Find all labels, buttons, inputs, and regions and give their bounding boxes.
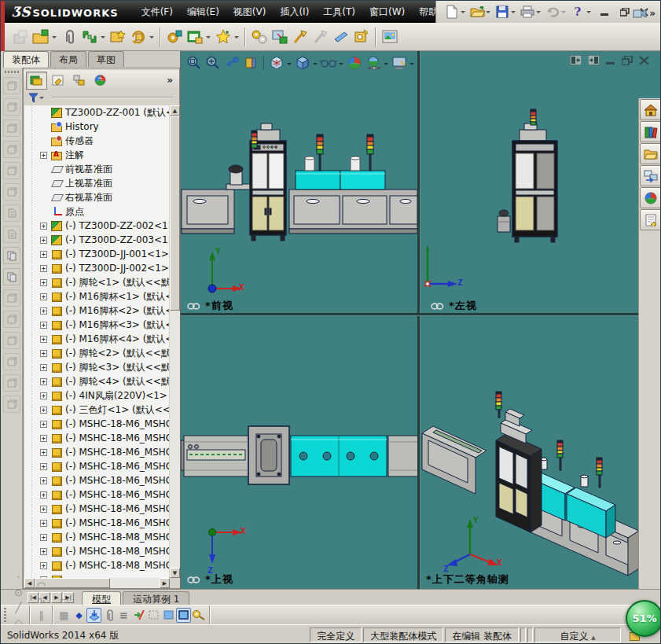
menu-window[interactable]: 窗口(W) — [362, 2, 412, 23]
apply-scene-icon[interactable] — [365, 54, 382, 72]
toolbar-grip[interactable] — [5, 71, 19, 73]
side-tool-icon[interactable] — [3, 162, 20, 179]
pane-left-icon[interactable] — [570, 55, 582, 65]
side-tool-icon[interactable] — [3, 332, 20, 349]
save-icon[interactable] — [494, 4, 510, 20]
tree-item[interactable]: + 上视基准面 — [24, 176, 169, 190]
exit-sketch-icon[interactable] — [131, 608, 146, 623]
expand-toggle-icon[interactable]: + — [40, 364, 47, 371]
expand-toggle-icon[interactable]: + — [40, 534, 47, 541]
menu-file[interactable]: 文件(F) — [134, 2, 180, 23]
expand-toggle-icon[interactable]: + — [40, 152, 47, 159]
viewport-splitter-horizontal[interactable] — [181, 313, 639, 316]
custom-toolbar-selector[interactable]: 自定义 ▲ — [534, 627, 621, 642]
expand-toggle-icon[interactable]: + — [40, 421, 47, 428]
side-tool-icon[interactable] — [3, 141, 20, 158]
design-library-icon[interactable] — [640, 121, 661, 142]
expand-toggle-icon[interactable]: + — [40, 407, 47, 414]
side-tool-icon[interactable] — [3, 268, 20, 285]
sketch-tool-icon[interactable]: ∿ — [34, 593, 49, 608]
filter-dropdown-icon[interactable] — [39, 97, 44, 101]
expand-toggle-icon[interactable]: + — [40, 237, 47, 244]
expand-toggle-icon[interactable]: + — [40, 463, 47, 470]
configurationmanager-icon[interactable] — [68, 72, 90, 90]
rotate-component-icon[interactable] — [128, 27, 149, 47]
tree-item[interactable]: + (-) TZ300D-JJ-002<1> (默认 — [24, 261, 169, 275]
hide-show-items-icon[interactable] — [320, 54, 337, 72]
expand-toggle-icon[interactable]: + — [40, 350, 47, 357]
scroll-up-icon[interactable]: ▲ — [170, 105, 180, 116]
expand-toggle-icon[interactable]: + — [40, 392, 47, 399]
tree-item[interactable]: + (-) MSHC-18-M6_MSHC-18-M — [24, 431, 169, 445]
exploded-view-icon[interactable] — [270, 27, 290, 47]
expand-toggle-icon[interactable]: + — [40, 336, 47, 343]
sketch-tool-icon[interactable]: ∥ — [34, 608, 49, 623]
tree-item[interactable]: + (-) 三色灯<1> (默认<<默 — [24, 403, 169, 417]
tree-item[interactable]: + 注解 — [24, 148, 169, 162]
side-tool-icon[interactable] — [3, 183, 20, 201]
side-tool-icon[interactable] — [3, 311, 20, 328]
expand-toggle-icon[interactable]: + — [40, 548, 47, 555]
restore-icon[interactable] — [616, 5, 633, 19]
section-view-icon[interactable] — [242, 54, 259, 72]
minimize-icon[interactable] — [606, 56, 615, 65]
side-tool-icon[interactable] — [3, 396, 20, 413]
file-explorer-icon[interactable] — [640, 143, 661, 164]
view-orientation-icon[interactable] — [268, 54, 285, 72]
smart-fasteners-icon[interactable] — [108, 27, 128, 47]
expand-toggle-icon[interactable]: + — [40, 435, 47, 442]
home-icon[interactable] — [640, 99, 661, 120]
instant3d-icon[interactable] — [351, 27, 372, 47]
toolbar-grip[interactable] — [4, 608, 6, 622]
featuremanager-tree-icon[interactable] — [26, 72, 47, 90]
tab-assembly[interactable]: 装配体 — [3, 51, 49, 68]
display-style-icon[interactable] — [294, 54, 311, 72]
new-window-icon[interactable] — [185, 27, 205, 47]
tree-item[interactable]: + (-) M16脚杯<4> (默认<<默 — [24, 332, 169, 346]
print-dropdown-icon[interactable] — [536, 11, 541, 16]
tab-model[interactable]: 模型 — [82, 591, 121, 605]
tree-item[interactable]: + (-) MSHC-18-M8_MSHC-18-M — [24, 558, 169, 572]
filter-funnel-icon[interactable] — [28, 93, 39, 103]
tree-item[interactable]: + (-) 脚轮<3> (默认<<默认> — [24, 360, 169, 374]
tree-item[interactable]: + (-) MSHC-18-M6_MSHC-18-M — [24, 488, 169, 502]
tab-sketch[interactable]: 草图 — [88, 51, 124, 67]
expand-toggle-icon[interactable]: + — [40, 477, 47, 484]
tab-motion-study[interactable]: 运动算例 1 — [123, 591, 189, 605]
tree-item[interactable]: + (-) MSHC-18-M6_MSHC-18-M — [24, 473, 169, 488]
side-tool-icon[interactable] — [3, 120, 20, 137]
scroll-right-icon[interactable]: ▶ — [160, 578, 170, 588]
rotate-component-dropdown-icon[interactable] — [149, 36, 154, 41]
attachment-icon[interactable] — [59, 27, 79, 47]
scroll-down-icon[interactable]: ▼ — [170, 568, 180, 578]
shaded-icon[interactable] — [161, 608, 176, 623]
expand-toggle-icon[interactable]: + — [40, 251, 47, 258]
expand-toggle-icon[interactable]: + — [40, 265, 47, 272]
tree-item[interactable]: + (-) TZ300D-ZZ-003<1> (默认 — [24, 233, 169, 247]
help-dropdown-icon[interactable] — [586, 11, 591, 16]
tree-item[interactable]: + (-) MSHC-18-M8_MSHC-18-M — [24, 530, 169, 544]
sketch-tool-icon[interactable]: ◠ — [34, 578, 49, 593]
tree-item[interactable]: + (-) MSHC-18-M6_MSHC-18-M — [24, 459, 169, 473]
expand-toggle-icon[interactable]: + — [40, 223, 47, 230]
tree-item[interactable]: + (-) M16脚杯<3> (默认<<默 — [24, 318, 169, 332]
sketch-tool-icon[interactable]: · — [11, 570, 26, 585]
menu-insert[interactable]: 插入(I) — [273, 2, 316, 23]
assembly-features-icon[interactable] — [164, 27, 185, 47]
zoom-fit-icon[interactable] — [185, 54, 203, 72]
sketch-plane-icon[interactable] — [86, 608, 101, 623]
tab-layout[interactable]: 布局 — [50, 51, 86, 67]
gem-icon[interactable]: ◆ — [72, 608, 86, 623]
pane-right-icon[interactable] — [588, 55, 600, 65]
wireframe-icon[interactable] — [146, 608, 161, 623]
move-component-icon[interactable] — [290, 27, 310, 47]
expand-toggle-icon[interactable]: + — [40, 449, 47, 456]
apply-scene-dropdown-icon[interactable] — [384, 63, 388, 68]
view-settings-dropdown-icon[interactable] — [409, 63, 414, 68]
hide-show-dropdown-icon[interactable] — [339, 63, 343, 68]
side-tool-icon[interactable] — [3, 353, 20, 370]
tree-item[interactable]: + (-) TZ300D-JJ-001<1> (默认 — [24, 247, 169, 261]
edit-appearance-icon[interactable] — [346, 54, 363, 72]
view-orientation-dropdown-icon[interactable] — [287, 63, 292, 68]
new-dropdown-icon[interactable] — [461, 11, 465, 16]
